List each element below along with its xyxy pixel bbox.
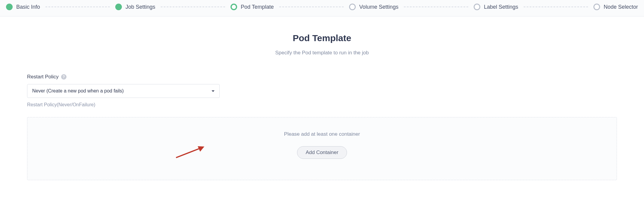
add-container-button[interactable]: Add Container	[297, 146, 347, 159]
restart-policy-select[interactable]: Never (Create a new pod when a pod fails…	[27, 84, 220, 98]
step-label: Node Selector	[604, 4, 638, 10]
step-label: Label Settings	[484, 4, 518, 10]
step-done-icon	[115, 4, 122, 10]
step-pending-icon	[474, 4, 480, 10]
step-label-settings[interactable]: Label Settings	[474, 4, 518, 10]
panel-message: Please add at least one container	[33, 131, 611, 137]
step-node-selector[interactable]: Node Selector	[593, 4, 638, 10]
field-hint: Restart Policy(Never/OnFailure)	[27, 102, 617, 107]
svg-marker-1	[198, 146, 204, 152]
step-volume-settings[interactable]: Volume Settings	[349, 4, 398, 10]
restart-policy-section: Restart Policy ? Never (Create a new pod…	[27, 74, 617, 107]
step-separator	[524, 7, 588, 7]
step-separator	[404, 7, 468, 7]
step-done-icon	[6, 4, 13, 10]
step-pending-icon	[593, 4, 600, 10]
step-pod-template[interactable]: Pod Template	[231, 4, 274, 10]
step-current-icon	[231, 4, 237, 10]
step-job-settings[interactable]: Job Settings	[115, 4, 155, 10]
main-content: Pod Template Specify the Pod template to…	[0, 17, 644, 180]
page-subtitle: Specify the Pod template to run in the j…	[27, 50, 617, 56]
help-icon[interactable]: ?	[61, 74, 67, 80]
step-pending-icon	[349, 4, 356, 10]
arrow-annotation-icon	[175, 143, 208, 160]
field-label: Restart Policy	[27, 74, 59, 80]
select-value: Never (Create a new pod when a pod fails…	[27, 84, 220, 98]
wizard-stepper: Basic Info Job Settings Pod Template Vol…	[0, 0, 644, 17]
step-label: Basic Info	[16, 4, 40, 10]
container-panel: Please add at least one container Add Co…	[27, 117, 617, 180]
page-title: Pod Template	[27, 33, 617, 43]
step-separator	[161, 7, 225, 7]
step-label: Pod Template	[241, 4, 274, 10]
step-basic-info[interactable]: Basic Info	[6, 4, 40, 10]
step-label: Volume Settings	[359, 4, 398, 10]
step-separator	[45, 7, 110, 7]
svg-line-0	[176, 148, 201, 158]
step-label: Job Settings	[125, 4, 155, 10]
field-label-row: Restart Policy ?	[27, 74, 617, 80]
step-separator	[279, 7, 344, 7]
